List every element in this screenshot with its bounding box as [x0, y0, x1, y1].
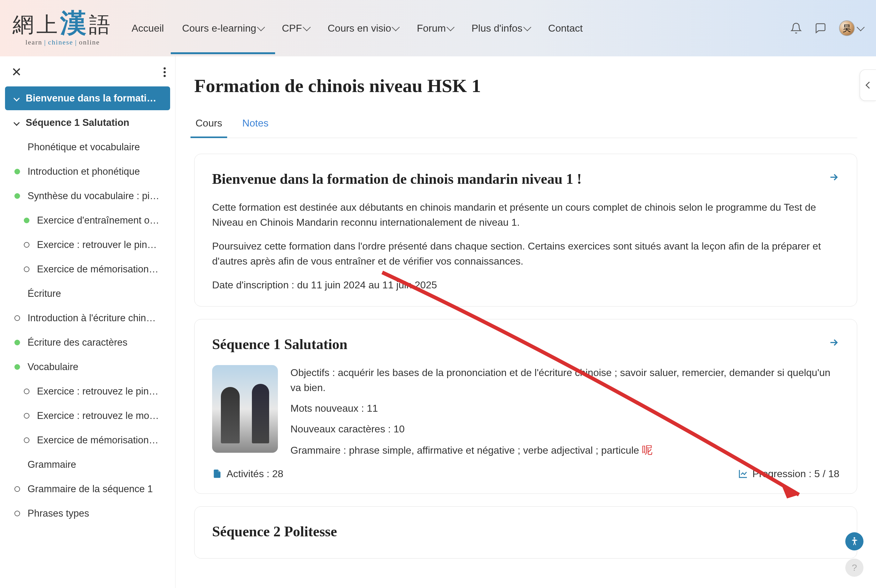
sidebar-item-label: Exercice de mémorisation du… — [37, 264, 161, 275]
sequence-objectives: Objectifs : acquérir les bases de la pro… — [290, 365, 839, 395]
help-button[interactable]: ? — [845, 559, 864, 577]
sidebar-item[interactable]: Exercice : retrouvez le pinyin … — [5, 380, 170, 403]
sidebar-item[interactable]: Exercice de mémorisation du… — [5, 257, 170, 281]
sidebar-item[interactable]: Phonétique et vocabulaire — [5, 135, 170, 159]
svg-point-0 — [853, 537, 855, 539]
tab-notes[interactable]: Notes — [241, 112, 270, 138]
open-section-button[interactable] — [828, 337, 839, 351]
sequence-new-words: Mots nouveaux : 11 — [290, 401, 839, 416]
close-sidebar-button[interactable]: ✕ — [11, 66, 22, 78]
status-incomplete-icon — [14, 486, 20, 492]
chevron-down-icon — [14, 120, 20, 126]
status-incomplete-icon — [14, 315, 20, 321]
nav-plus-d-infos[interactable]: Plus d'infos — [472, 14, 530, 43]
sidebar-item-label: Grammaire — [27, 459, 76, 470]
sidebar-item[interactable]: Introduction à l'écriture chinoise — [5, 306, 170, 330]
sidebar-item[interactable]: Grammaire — [5, 453, 170, 477]
sidebar-item-label: Exercice de mémorisation du… — [37, 435, 161, 446]
user-avatar: 昊 — [839, 20, 855, 36]
status-complete-icon — [14, 340, 20, 345]
nav-cpf[interactable]: CPF — [282, 14, 310, 43]
logo-cn-accent: 漢 — [60, 9, 89, 38]
status-incomplete-icon — [14, 511, 20, 516]
notifications-icon[interactable] — [790, 22, 802, 34]
nav-cours-e-learning[interactable]: Cours e-learning — [182, 14, 264, 43]
sidebar-item[interactable]: Écriture des caractères — [5, 331, 170, 354]
sidebar-item-label: Exercice : retrouver le pinyin … — [37, 239, 161, 250]
chevron-down-icon — [446, 23, 454, 31]
collapse-right-panel-button[interactable] — [860, 69, 876, 101]
sequence-1-description: Objectifs : acquérir les bases de la pro… — [290, 365, 839, 458]
status-incomplete-icon — [24, 267, 30, 272]
welcome-paragraph-1: Cette formation est destinée aux débutan… — [212, 200, 839, 230]
nav-cours-en-visio[interactable]: Cours en visio — [328, 14, 399, 43]
sidebar-item[interactable]: Vocabulaire — [5, 355, 170, 379]
sequence-grammar: Grammaire : phrase simple, affirmative e… — [290, 442, 839, 458]
user-menu[interactable]: 昊 — [839, 20, 864, 36]
sidebar-item[interactable]: Exercice de mémorisation du… — [5, 428, 170, 452]
chevron-down-icon — [14, 95, 20, 102]
page-title: Formation de chinois niveau HSK 1 — [194, 75, 857, 97]
nav-contact[interactable]: Contact — [548, 14, 583, 43]
sidebar-menu-button[interactable] — [164, 68, 166, 77]
header-actions: 昊 — [790, 20, 864, 36]
site-logo[interactable]: 網上漢語 learn|chinese|online — [12, 10, 113, 46]
sequence-2-card: Séquence 2 Politesse — [194, 506, 857, 559]
sequence-1-card: Séquence 1 Salutation Objectifs : acquér… — [194, 319, 857, 494]
sequence-new-chars: Nouveaux caractères : 10 — [290, 422, 839, 436]
floating-actions: ? — [845, 532, 864, 577]
sidebar-item[interactable]: Exercice : retrouver le pinyin … — [5, 233, 170, 257]
status-incomplete-icon — [24, 388, 30, 394]
sidebar-item-label: Phrases types — [27, 508, 89, 519]
status-incomplete-icon — [24, 242, 30, 248]
logo-cn-right: 語 — [89, 13, 113, 37]
tab-cours[interactable]: Cours — [194, 112, 223, 138]
sidebar-item-label: Exercice : retrouvez le mot c… — [37, 410, 161, 422]
sidebar-item[interactable]: Écriture — [5, 282, 170, 306]
sidebar-item-label: Grammaire de la séquence 1 — [27, 483, 153, 495]
status-incomplete-icon — [24, 413, 30, 418]
accessibility-button[interactable] — [845, 532, 864, 550]
nav-accueil[interactable]: Accueil — [132, 14, 164, 43]
sidebar-item-label: Phonétique et vocabulaire — [27, 141, 140, 153]
sidebar-item[interactable]: Introduction et phonétique — [5, 160, 170, 183]
sidebar-item[interactable]: Bienvenue dans la formatio… — [5, 86, 170, 110]
sequence-2-title: Séquence 2 Politesse — [212, 522, 839, 541]
welcome-card-title: Bienvenue dans la formation de chinois m… — [212, 170, 582, 189]
activities-icon — [212, 469, 222, 479]
progress-indicator: Progression : 5 / 18 — [738, 468, 839, 480]
content-tabs: CoursNotes — [194, 112, 857, 138]
status-complete-icon — [14, 193, 20, 199]
logo-cn-left: 網上 — [12, 13, 60, 37]
open-section-button[interactable] — [828, 172, 839, 186]
chevron-down-icon — [303, 23, 311, 31]
sidebar-item[interactable]: Synthèse du vocabulaire : pinyi… — [5, 184, 170, 208]
sidebar-item[interactable]: Grammaire de la séquence 1 — [5, 477, 170, 501]
sidebar-item-label: Vocabulaire — [27, 362, 78, 373]
sidebar-item[interactable]: Exercice : retrouvez le mot c… — [5, 404, 170, 428]
sequence-1-image — [212, 365, 278, 453]
status-complete-icon — [14, 364, 20, 370]
status-incomplete-icon — [24, 437, 30, 443]
main-content: Formation de chinois niveau HSK 1 CoursN… — [176, 56, 876, 588]
sidebar-item[interactable]: Phrases types — [5, 502, 170, 525]
enrollment-dates: Date d'inscription : du 11 juin 2024 au … — [212, 278, 839, 292]
sidebar-item[interactable]: Exercice d'entraînement oral … — [5, 208, 170, 232]
sidebar-item-label: Bienvenue dans la formatio… — [26, 93, 161, 104]
status-complete-icon — [24, 218, 30, 223]
sidebar-item-label: Exercice : retrouvez le pinyin … — [37, 386, 161, 397]
nav-forum[interactable]: Forum — [417, 14, 453, 43]
sidebar-item-label: Séquence 1 Salutation — [26, 117, 129, 128]
sidebar-item[interactable]: Séquence 1 Salutation — [5, 111, 170, 135]
main-nav: AccueilCours e-learningCPFCours en visio… — [132, 14, 778, 43]
sidebar-item-label: Synthèse du vocabulaire : pinyi… — [27, 190, 161, 202]
chevron-down-icon — [257, 23, 265, 31]
messages-icon[interactable] — [814, 22, 826, 34]
chevron-down-icon — [856, 23, 864, 31]
top-header: 網上漢語 learn|chinese|online AccueilCours e… — [0, 0, 876, 56]
welcome-card: Bienvenue dans la formation de chinois m… — [194, 154, 857, 306]
chevron-down-icon — [392, 23, 400, 31]
sidebar-item-label: Introduction à l'écriture chinoise — [27, 312, 161, 324]
status-complete-icon — [14, 169, 20, 174]
activities-count: Activités : 28 — [212, 468, 283, 480]
